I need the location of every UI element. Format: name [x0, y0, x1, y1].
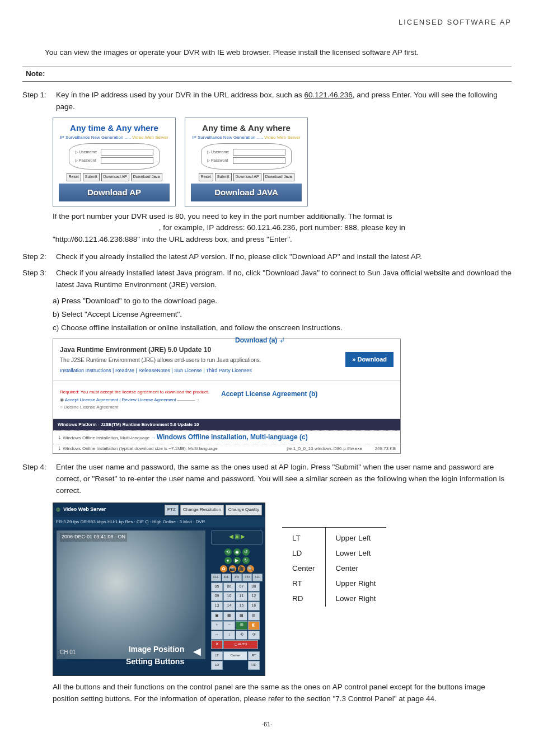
ch-num[interactable]: 12 [248, 592, 260, 601]
bar-btn[interactable]: 1'D [242, 574, 252, 581]
table-row: RDLower Right [282, 591, 386, 607]
ch-num[interactable]: 11 [236, 592, 247, 601]
ctrl-circle[interactable]: ● [224, 557, 232, 564]
table-row: CenterCenter [282, 561, 386, 576]
ch-num[interactable]: 14 [223, 602, 235, 611]
ctrl-circle[interactable]: 📷 [229, 565, 236, 572]
ctrl-circle[interactable]: ◉ [233, 548, 241, 556]
submit-button-2[interactable]: Submit [215, 173, 232, 181]
accept-b-label: Accept License Agreement (b) [221, 389, 317, 400]
ch-num[interactable]: 06 [223, 583, 235, 591]
download-mid: Required: You must accept the license ag… [53, 381, 400, 419]
step-4-label: Step 4: [22, 462, 56, 497]
reset-button-2[interactable]: Reset [199, 173, 213, 181]
reset-button[interactable]: Reset [67, 173, 81, 181]
jre-links[interactable]: Installation Instructions | ReadMe | Rel… [60, 367, 345, 375]
port-note-c: "http://60.121.46.236:888" into the URL … [53, 234, 512, 246]
platform-bar: Windows Platform - J2SE(TM) Runtime Envi… [53, 419, 400, 430]
ch-num[interactable]: 07 [236, 583, 247, 591]
intro-text: You can view the images or operate your … [45, 47, 512, 59]
login-card-pair: Any time & Any where IP Surveillance New… [53, 118, 512, 206]
layout-btn[interactable]: ▥ [248, 612, 260, 621]
download-a-label: Download (a) ↲ [235, 335, 285, 346]
pos-ld[interactable]: LD [211, 661, 223, 670]
step-2-label: Step 2: [22, 251, 56, 263]
decline-link[interactable]: Decline License Agreement [64, 405, 118, 410]
change-resolution-button[interactable]: Change Resolution [180, 505, 224, 515]
step-3-c: c) Choose offline installation or online… [53, 322, 512, 334]
layout-btn[interactable]: ▣ [211, 612, 223, 621]
download-java-button[interactable]: Download Java [131, 173, 162, 181]
close-icon[interactable]: ✕ [211, 640, 223, 649]
layout-btn[interactable]: ⟳ [248, 631, 260, 640]
pos-rt[interactable]: RT [248, 651, 260, 660]
row1-l[interactable]: Windows Offline Installation, Multi-lang… [63, 435, 149, 440]
offline-c-label: Windows Offline installation, Multi-lang… [157, 433, 308, 441]
bar-btn[interactable]: 1H- [252, 574, 263, 581]
dpad[interactable]: ◀ ▣ ▶ [211, 530, 263, 546]
change-quality-button[interactable]: Change Quality [226, 505, 262, 515]
layout-btn[interactable]: ⟲ [236, 631, 247, 640]
ptz-button[interactable]: PTZ [165, 505, 179, 515]
layout-btn[interactable]: ▦ [223, 612, 235, 621]
ctrl-circle[interactable]: 🎥 [238, 565, 245, 572]
download-java-bar[interactable]: Download JAVA [191, 184, 302, 201]
accept-link[interactable]: Accept License Agreement | Review Licens… [65, 397, 176, 402]
ch-num[interactable]: 10 [223, 592, 235, 601]
bar-buttons: CH- 4H- 1'D 1'D 1H- [211, 574, 263, 581]
pos-rd[interactable]: RD [248, 661, 260, 670]
layout-btn[interactable]: ↕ [223, 631, 235, 640]
layout-btn[interactable]: ⊞ [236, 621, 247, 630]
jre-title: Java Runtime Environment (JRE) 5.0 Updat… [60, 345, 345, 355]
username-input-2[interactable] [233, 149, 285, 156]
password-input[interactable] [101, 157, 153, 164]
ch-num[interactable]: 15 [236, 602, 247, 611]
auto-button[interactable]: ◻ AUTO [223, 640, 258, 649]
bar-btn[interactable]: 1'D [232, 574, 242, 581]
table-row: LDLower Left [282, 546, 386, 561]
step-4-body: Enter the user name and password, the sa… [56, 462, 512, 497]
bar-btn[interactable]: CH- [211, 574, 221, 581]
ch-num[interactable]: 13 [211, 602, 223, 611]
download-java-button-2[interactable]: Download Java [263, 173, 294, 181]
layout-btn[interactable]: ↔ [211, 631, 223, 640]
username-label: ▷ Username [75, 149, 99, 156]
download-button[interactable]: » Download [345, 352, 394, 367]
login-sub2-b: Video Web Server [264, 135, 301, 140]
login-fields: ▷ Username ▷ Password [69, 143, 160, 170]
video-timestamp: 2006-DEC-01 09:41:08 - ON [60, 533, 127, 542]
final-paragraph: All the buttons and their functions on t… [53, 682, 512, 705]
bar-btn[interactable]: 4H- [222, 574, 232, 581]
layout-btn[interactable]: − [223, 621, 235, 630]
layout-btn[interactable]: + [211, 621, 223, 630]
step-3-body: Check if you already installed latest Ja… [56, 267, 512, 291]
layout-btn[interactable]: ◧ [248, 621, 260, 630]
download-ap-bar[interactable]: Download AP [59, 184, 170, 201]
ctrl-circle[interactable]: ↺ [242, 548, 250, 556]
video-channel: CH 01 [60, 648, 76, 657]
ch-num[interactable]: 09 [211, 592, 223, 601]
video-web-server-panel: ◍ Video Web Server PTZ Change Resolution… [53, 503, 265, 676]
ctrl-circle[interactable]: ⟲ [224, 548, 232, 556]
ctrl-circle[interactable]: ↻ [242, 557, 250, 564]
step-3-a: a) Press "Download" to go to the downloa… [53, 295, 512, 307]
ch-num[interactable]: 08 [248, 583, 260, 591]
ctrl-circle[interactable]: ✿ [220, 565, 227, 572]
step-3-sublist: a) Press "Download" to go to the downloa… [53, 295, 512, 334]
password-input-2[interactable] [233, 157, 285, 164]
download-ap-button[interactable]: Download AP [101, 173, 129, 181]
row1-size: 249.73 KB [362, 445, 396, 452]
username-input[interactable] [101, 149, 153, 156]
submit-button[interactable]: Submit [83, 173, 100, 181]
row2-l[interactable]: Windows Online Installation (typical dow… [63, 446, 217, 451]
ch-num[interactable]: 16 [248, 602, 260, 611]
ctrl-circle[interactable]: ▶ [233, 557, 241, 564]
pos-center[interactable]: Center [223, 651, 247, 660]
ctrl-circle[interactable]: 🔍 [247, 565, 254, 572]
layout-btn[interactable]: ▩ [236, 612, 247, 621]
login-fields-2: ▷ Username ▷ Password [201, 143, 292, 170]
download-rows: ⇣ Windows Offline Installation, Multi-la… [53, 430, 400, 453]
pos-lt[interactable]: LT [211, 651, 223, 660]
download-ap-button-2[interactable]: Download AP [233, 173, 261, 181]
ch-num[interactable]: 05 [211, 583, 223, 591]
